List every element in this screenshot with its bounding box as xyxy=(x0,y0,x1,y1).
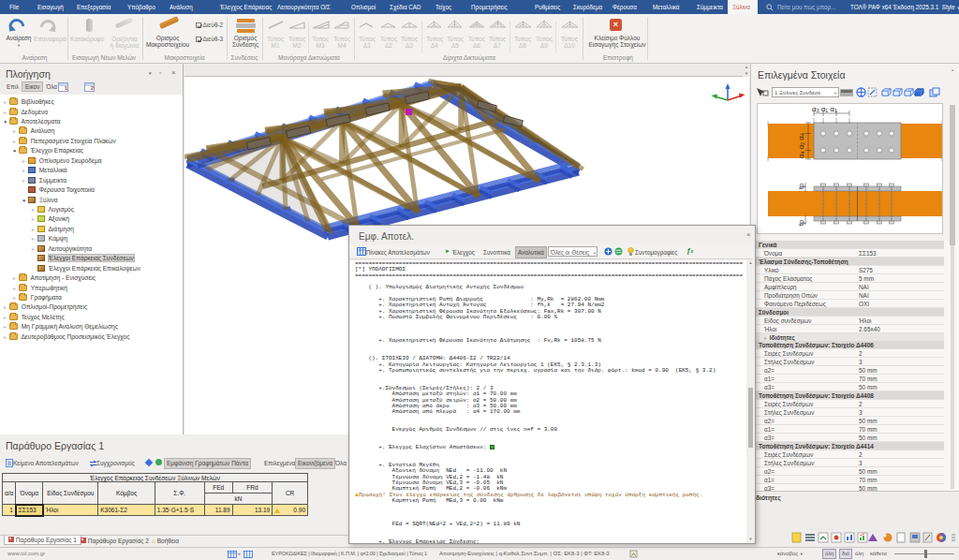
svg-text:tp: tp xyxy=(797,184,805,189)
svg-text:α4 α2 α4: α4 α2 α4 xyxy=(797,133,805,158)
svg-text:α3 α1 α1: α3 α1 α1 xyxy=(812,105,837,113)
svg-text:tp: tp xyxy=(797,220,805,226)
